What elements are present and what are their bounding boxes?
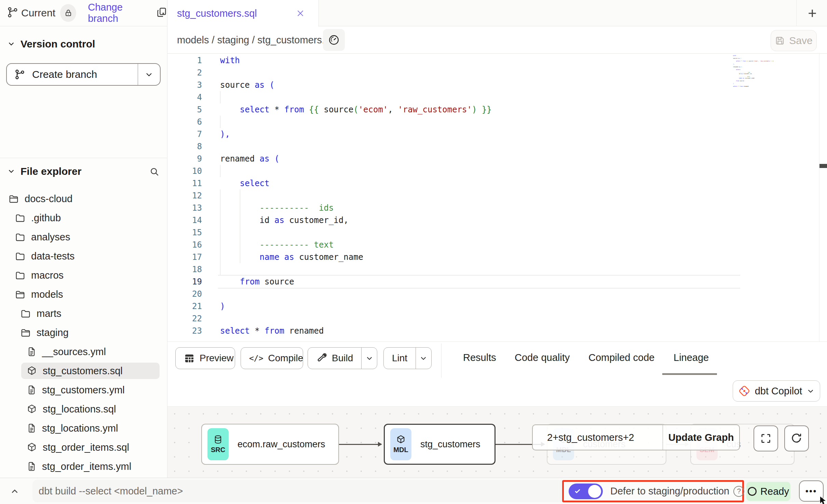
lineage-node-ecom-raw-customers[interactable]: SRCecom.raw_customers — [201, 424, 339, 465]
code-line-3[interactable]: 3source as ( — [167, 79, 827, 91]
code-line-18[interactable]: 18 — [167, 263, 827, 276]
code-lines[interactable]: 1with23source as (45 select * from {{ so… — [167, 54, 827, 337]
change-branch-link[interactable]: Change branch — [88, 2, 149, 24]
file-tree-item-stg-customers-yml[interactable]: stg_customers.yml — [0, 380, 167, 400]
code-line-10[interactable]: 10 — [167, 165, 827, 177]
lineage-node-stg-customers[interactable]: MDLstg_customers — [384, 424, 496, 465]
line-number: 21 — [167, 300, 202, 312]
code-line-22[interactable]: 22 — [167, 312, 827, 325]
file-icon — [27, 423, 36, 433]
file-tree-item-stg-customers-sql[interactable]: stg_customers.sql — [0, 361, 167, 380]
tab-stg-customers-sql[interactable]: stg_customers.sql — [167, 0, 319, 27]
code-line-20[interactable]: 20 — [167, 288, 827, 300]
code-line-11[interactable]: 11 select — [167, 177, 827, 190]
build-button-main[interactable]: Build — [308, 348, 361, 369]
search-icon[interactable] — [149, 167, 160, 178]
code-line-1[interactable]: 1with — [167, 54, 827, 67]
line-number: 3 — [167, 79, 202, 91]
lint-dropdown[interactable] — [416, 348, 431, 369]
compile-button-main[interactable]: </>Compile — [241, 348, 311, 369]
git-branch-icon — [14, 69, 25, 80]
fullscreen-button[interactable] — [754, 425, 778, 451]
copy-icon[interactable] — [156, 7, 167, 19]
create-branch-button[interactable]: Create branch — [6, 63, 161, 86]
file-tree-label: stg_customers.sql — [43, 365, 123, 377]
lineage-selector-input[interactable]: 2+stg_customers+2 — [533, 425, 663, 450]
update-graph-button[interactable]: Update Graph — [663, 425, 739, 450]
code-line-2[interactable]: 2 — [167, 67, 827, 79]
file-tree-item-stg-locations-sql[interactable]: stg_locations.sql — [0, 400, 167, 419]
refresh-button[interactable] — [784, 425, 809, 451]
preview-button-main[interactable]: Preview — [176, 348, 242, 369]
button-label: Preview — [200, 353, 234, 364]
lineage-selector-bar: 2+stg_customers+2 Update Graph — [532, 424, 740, 450]
file-tree-label: docs-cloud — [25, 193, 72, 205]
code-line-21[interactable]: 21) — [167, 300, 827, 312]
file-tree-item-stg-order-items-sql[interactable]: stg_order_items.sql — [0, 438, 167, 457]
indent-guide — [240, 214, 240, 226]
panel-tab-lineage[interactable]: Lineage — [674, 352, 709, 363]
minimap[interactable]: with source as ( select * from {{ source… — [733, 55, 818, 87]
preview-button[interactable]: Preview — [175, 347, 235, 369]
code-line-14[interactable]: 14 id as customer_id, — [167, 214, 827, 226]
code-line-4[interactable]: 4 — [167, 91, 827, 103]
code-line-23[interactable]: 23select * from renamed — [167, 325, 827, 337]
file-tree-item-models[interactable]: models — [0, 285, 167, 304]
tab-label: stg_customers.sql — [177, 8, 257, 19]
code-line-12[interactable]: 12 — [167, 190, 827, 202]
code-line-19[interactable]: 19 from source — [167, 276, 827, 288]
panel-tab-results[interactable]: Results — [463, 352, 496, 363]
active-tab-underline — [662, 373, 717, 375]
sidebar: Current Change branch Version control Cr… — [0, 0, 167, 478]
code-line-9[interactable]: 9renamed as ( — [167, 153, 827, 165]
file-tree-item-macros[interactable]: macros — [0, 266, 167, 285]
lint-button-main[interactable]: Lint — [384, 348, 416, 369]
code-line-13[interactable]: 13 ---------- ids — [167, 202, 827, 214]
new-tab-button[interactable] — [804, 5, 821, 22]
code-line-15[interactable]: 15 — [167, 226, 827, 239]
lint-button[interactable]: Lint — [383, 347, 432, 369]
code-content — [202, 140, 827, 153]
code-line-17[interactable]: 17 name as customer_name — [167, 251, 827, 263]
code-line-5[interactable]: 5 select * from {{ source('ecom', 'raw_c… — [167, 103, 827, 116]
chevron-up-icon[interactable] — [10, 486, 20, 498]
code-line-16[interactable]: 16 ---------- text — [167, 239, 827, 251]
code-content: ), — [202, 128, 827, 140]
file-tree-item-data-tests[interactable]: data-tests — [0, 247, 167, 266]
help-icon[interactable]: ? — [733, 486, 744, 497]
panel-tab-compiled-code[interactable]: Compiled code — [588, 352, 654, 363]
indent-guide — [220, 116, 220, 128]
file-tree-item--github[interactable]: .github — [0, 208, 167, 227]
save-button[interactable]: Save — [771, 30, 817, 51]
file-explorer-header[interactable]: File explorer — [0, 163, 152, 180]
file-tree-item-analyses[interactable]: analyses — [0, 227, 167, 247]
code-content: id as customer_id, — [202, 214, 827, 226]
defer-toggle[interactable] — [569, 484, 603, 499]
scrollbar-cursor-mark[interactable] — [819, 164, 827, 168]
build-button[interactable]: Build — [308, 347, 377, 369]
compile-button[interactable]: </>Compile — [241, 347, 303, 369]
create-branch-dropdown[interactable] — [138, 64, 160, 85]
file-tree-item--sources-yml[interactable]: __sources.yml — [0, 342, 167, 361]
panel-tab-code-quality[interactable]: Code quality — [515, 352, 570, 363]
close-icon[interactable] — [296, 9, 305, 18]
build-dropdown[interactable] — [362, 348, 377, 369]
dbt-copilot-button[interactable]: dbt Copilot — [733, 380, 820, 402]
folder-icon — [15, 232, 25, 242]
code-editor[interactable]: 1with23source as (45 select * from {{ so… — [167, 54, 827, 341]
file-tree-item-staging[interactable]: staging — [0, 323, 167, 342]
indent-guide — [220, 226, 220, 239]
file-tree-item-stg-order-items-yml[interactable]: stg_order_items.yml — [0, 457, 167, 476]
file-tree-item-docs-cloud[interactable]: docs-cloud — [0, 189, 167, 208]
version-control-header[interactable]: Version control — [0, 36, 167, 52]
status-bar: dbt build --select <model_name> Defer to… — [0, 478, 827, 504]
file-tree-item-marts[interactable]: marts — [0, 304, 167, 323]
create-branch-main[interactable]: Create branch — [7, 64, 138, 85]
lineage-graph[interactable]: SRCecom.raw_customersMDLstg_customersMDL… — [167, 406, 827, 478]
code-line-6[interactable]: 6 — [167, 116, 827, 128]
file-tree-item-stg-locations-yml[interactable]: stg_locations.yml — [0, 419, 167, 438]
code-line-8[interactable]: 8 — [167, 140, 827, 153]
file-tree-label: macros — [31, 270, 64, 281]
performance-gauge-button[interactable] — [323, 29, 345, 51]
code-line-7[interactable]: 7), — [167, 128, 827, 140]
